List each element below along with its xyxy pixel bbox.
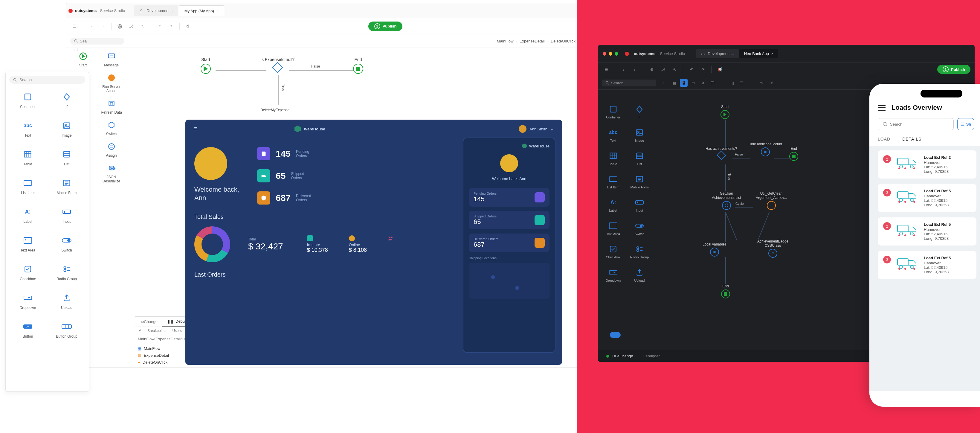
cursor-icon[interactable]: ↖	[670, 65, 679, 73]
announce-icon[interactable]	[184, 22, 192, 30]
flow-node-start[interactable]: Start	[200, 57, 211, 74]
mac-close-icon[interactable]	[603, 52, 606, 56]
palette-item-upload[interactable]: Upload	[49, 293, 84, 310]
widget-assign[interactable]: Assign	[99, 142, 124, 158]
tab-truechange[interactable]: TrueChange	[602, 352, 637, 360]
load-card[interactable]: 2Load Ext Ref 2HannoverLat: 52,40915Long…	[878, 150, 977, 178]
palette-item-input[interactable]: Input	[49, 206, 84, 224]
nav-forward-icon[interactable]: ›	[99, 22, 107, 30]
undo-icon[interactable]: ↶	[156, 22, 164, 30]
widget-message[interactable]: Message	[99, 51, 124, 67]
mode-a-icon[interactable]: ⟲	[757, 79, 765, 87]
widget-refresh-data[interactable]: Refresh Data	[99, 99, 124, 115]
palette-item-label[interactable]: A:Label	[10, 206, 46, 224]
debug-sub-users[interactable]: Users	[172, 329, 181, 333]
tab-myapp[interactable]: My App (My App) ×	[179, 5, 224, 16]
palette-item-table[interactable]: Table	[601, 151, 625, 166]
palette-item-list-item[interactable]: List Item	[10, 178, 46, 195]
mode-widgets-icon[interactable]: ▦	[670, 79, 678, 87]
palette-item-list[interactable]: List	[49, 149, 84, 166]
flow-node-condition[interactable]: Has achievements?	[706, 146, 737, 159]
close-icon[interactable]: ×	[216, 9, 219, 13]
load-card[interactable]: 2Load Ext Ref 5HannoverLat: 52,40915Long…	[878, 217, 977, 245]
palette-item-radio-group[interactable]: Radio Group	[627, 245, 652, 259]
palette-item-button-group[interactable]: Button Group	[49, 321, 84, 339]
load-card[interactable]: 3Load Ext Ref 5HannoverLat: 52,40915Long…	[878, 251, 977, 279]
debug-sub-breakpoints[interactable]: Breakpoints	[147, 329, 166, 333]
widget-run-server-action[interactable]: Run Server Action	[99, 73, 124, 93]
palette-item-mobile-form[interactable]: Mobile Form	[627, 175, 652, 189]
tab-truechange[interactable]: ueChange	[135, 317, 162, 326]
branch-icon[interactable]: ⎇	[659, 65, 667, 73]
palette-item-label[interactable]: A:Label	[601, 198, 625, 212]
flow-node-end-bottom[interactable]: End	[721, 284, 730, 298]
mode-b-icon[interactable]: ⟳	[767, 79, 775, 87]
breadcrumb-item[interactable]: DeleteOnClick	[551, 39, 576, 43]
palette-item-list[interactable]: List	[627, 151, 652, 166]
redo-icon[interactable]: ↷	[167, 22, 175, 30]
dashboard-user-menu[interactable]: Ann Smith ⌄	[519, 125, 554, 133]
mac-zoom-icon[interactable]	[615, 52, 618, 56]
palette-item-container[interactable]: Container	[601, 105, 625, 119]
widget-start[interactable]: Start	[70, 51, 95, 67]
publish-button[interactable]: 1 Publish	[368, 22, 403, 31]
ok-pill-icon[interactable]	[610, 332, 620, 338]
flow-node-localvars[interactable]: Local variables	[703, 242, 727, 256]
widget-switch[interactable]: Switch	[99, 120, 124, 136]
undo-icon[interactable]: ↶	[687, 65, 696, 73]
gear-icon[interactable]: ⚙	[648, 65, 656, 73]
palette-item-input[interactable]: Input	[627, 198, 652, 212]
palette-item-table[interactable]: Table	[10, 149, 46, 166]
palette-item-dropdown[interactable]: Dropdown	[601, 268, 625, 282]
palette-item-upload[interactable]: Upload	[627, 268, 652, 282]
flow-node-start[interactable]: Start	[721, 105, 729, 119]
menu-icon[interactable]: ☰	[602, 65, 611, 73]
mobile-card-delivered[interactable]: Delivered Orders687	[469, 234, 549, 252]
palette-item-checkbox[interactable]: Checkbox	[10, 264, 46, 281]
palette-item-button[interactable]: OKButton	[10, 321, 46, 339]
mode-phone-icon[interactable]: 📱	[680, 79, 687, 87]
cursor-icon[interactable]: ↖	[138, 22, 147, 30]
dark-search-input[interactable]: Search...	[602, 80, 656, 86]
flow-node-hide[interactable]: Hide additional count	[748, 142, 783, 156]
palette-item-dropdown[interactable]: Dropdown	[10, 293, 46, 310]
collapse-left-icon[interactable]: ‹	[127, 37, 135, 45]
tab-development[interactable]: Development...	[696, 49, 738, 58]
palette-item-switch[interactable]: Switch	[627, 221, 652, 236]
menu-icon[interactable]: ☰	[70, 22, 79, 30]
tab-neo-bank-app[interactable]: Neo Bank App ×	[739, 49, 778, 58]
palette-item-text[interactable]: abcText	[10, 120, 46, 138]
widget-json-deserialize[interactable]: JSON JSON Deserialize	[99, 163, 124, 183]
collapse-left-icon[interactable]: ‹	[659, 79, 667, 87]
mode-layout-icon[interactable]: ◫	[728, 79, 736, 87]
flow-node-util[interactable]: Util_GetClean Argument_Achiev...	[750, 191, 792, 210]
mobile-card-shipped[interactable]: Shipped Orders65	[469, 211, 549, 229]
breadcrumb-item[interactable]: ExpenseDetail	[520, 39, 545, 43]
flow-node-end-top[interactable]: End	[789, 146, 798, 161]
palette-item-text-area[interactable]: Text Area	[601, 221, 625, 236]
palette-item-container[interactable]: Container	[10, 91, 46, 109]
palette-item-text[interactable]: abcText	[601, 128, 625, 142]
palette-item-switch[interactable]: Switch	[49, 235, 84, 252]
tab-development[interactable]: Development...	[134, 5, 178, 16]
tab-debugger[interactable]: Debugger	[639, 352, 664, 360]
mac-minimize-icon[interactable]	[609, 52, 612, 56]
palette-item-image[interactable]: Image	[49, 120, 84, 138]
mode-tablet-icon[interactable]: ▭	[689, 79, 697, 87]
flow-node-badge[interactable]: AchievementBadge CSSClass	[750, 239, 795, 258]
mode-list-icon[interactable]: ☰	[738, 79, 746, 87]
gear-icon[interactable]	[116, 22, 124, 30]
mode-desktop-icon[interactable]: 🖥	[699, 79, 707, 87]
hamburger-icon[interactable]: ≡	[194, 125, 197, 133]
nav-back-icon[interactable]: ‹	[87, 22, 95, 30]
palette-item-list-item[interactable]: List Item	[601, 175, 625, 189]
inner-search-input[interactable]: Sea	[70, 38, 124, 45]
palette-item-text-area[interactable]: Text Area	[10, 235, 46, 252]
palette-item-checkbox[interactable]: Checkbox	[601, 245, 625, 259]
mobile-card-pending[interactable]: Pending Orders145	[469, 188, 549, 207]
flow-node-condition[interactable]: Is ExpenseId null?	[260, 57, 294, 72]
palette-item-if[interactable]: If	[49, 91, 84, 109]
phone-sh-button[interactable]: Sh	[957, 118, 974, 130]
palette-item-radio-group[interactable]: Radio Group	[49, 264, 84, 281]
hamburger-icon[interactable]	[878, 105, 886, 111]
